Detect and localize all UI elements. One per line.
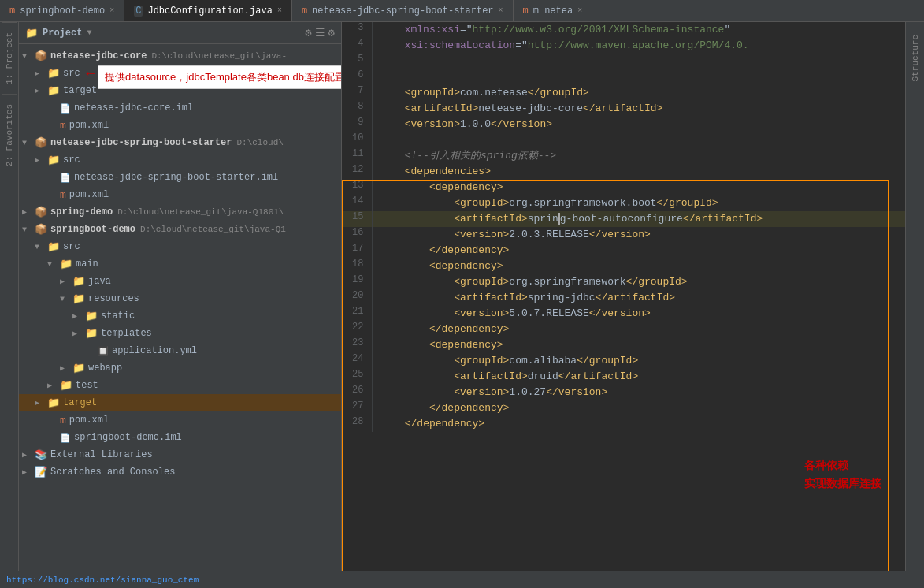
code-line-16: 16 <version>2.0.3.RELEASE</version> — [342, 227, 905, 243]
expand-arrow: ▼ — [35, 243, 47, 251]
iml-icon-2: 📄 — [60, 173, 71, 183]
tab-jdbcconfiguration[interactable]: C JdbcConfiguration.java × — [124, 0, 292, 21]
tree-item-spring-demo[interactable]: ▶ 📦 spring-demo D:\cloud\netease_git\jav… — [19, 203, 341, 221]
status-url: https://blog.csdn.net/sianna_guo_ctem — [6, 575, 199, 585]
settings-icon[interactable]: ⚙ — [305, 26, 311, 39]
line-content: <artifactId>spring-boot-autoconfigure</a… — [372, 211, 905, 227]
tree-item-webapp[interactable]: ▶ 📁 webapp — [19, 359, 341, 377]
line-content: xsi:schemaLocation="http://www.maven.apa… — [372, 38, 905, 54]
structure-tab[interactable]: Structure — [907, 28, 923, 87]
folder-icon-src: 📁 — [47, 67, 60, 80]
item-label: pom.xml — [69, 120, 109, 131]
tree-item-main[interactable]: ▼ 📁 main — [19, 255, 341, 273]
tree-item-java[interactable]: ▶ 📁 java — [19, 273, 341, 290]
code-line-12: 12 <dependencies> — [342, 164, 905, 180]
line-number: 13 — [342, 180, 372, 195]
expand-arrow: ▶ — [47, 381, 60, 390]
tab-netease-jdbc-starter[interactable]: m netease-jdbc-spring-boot-starter × — [292, 0, 514, 21]
folder-icon-resources: 📁 — [72, 292, 85, 305]
tab-close[interactable]: × — [277, 6, 282, 15]
line-content: </dependency> — [372, 243, 905, 259]
tree-item-springboot-demo[interactable]: ▼ 📦 springboot-demo D:\cloud\netease_git… — [19, 221, 341, 238]
line-number: 8 — [342, 101, 372, 117]
tab-label: JdbcConfiguration.java — [147, 6, 272, 17]
tree-item-src-3[interactable]: ▼ 📁 src — [19, 238, 341, 255]
tree-item-iml-3[interactable]: 📄 springboot-demo.iml — [19, 429, 341, 446]
tree-item-pom-1[interactable]: m pom.xml — [19, 117, 341, 134]
tree-item-static[interactable]: ▶ 📁 static — [19, 307, 341, 325]
right-side-tabs: Structure — [905, 22, 924, 571]
left-tab-favorites[interactable]: 2: Favorites — [2, 94, 17, 176]
folder-icon-test: 📁 — [60, 379, 72, 392]
line-content: <dependency> — [372, 259, 905, 274]
line-content: <groupId>com.alibaba</groupId> — [372, 353, 905, 369]
code-line-9: 9 <version>1.0.0</version> — [342, 117, 905, 132]
line-number: 17 — [342, 243, 372, 259]
item-label: java — [88, 276, 111, 287]
tab-close[interactable]: × — [109, 6, 114, 15]
expand-arrow: ▶ — [22, 450, 35, 460]
folder-icon-header: 📁 — [25, 27, 38, 39]
project-panel: 📁 Project ▼ ⚙ ☰ ⚙ ▼ 📦 netease-jdbc-core … — [19, 22, 342, 571]
line-content: <version>5.0.7.RELEASE</version> — [372, 306, 905, 322]
tab-springboot-demo[interactable]: m springboot-demo × — [0, 0, 124, 21]
tree-item-target-1[interactable]: ▶ 📁 target — [19, 82, 341, 99]
tab-label: m netea — [533, 6, 573, 17]
line-number: 20 — [342, 290, 372, 306]
tab-close[interactable]: × — [577, 6, 582, 15]
tree-item-pom-3[interactable]: m pom.xml — [19, 411, 341, 429]
tree-item-netease-jdbc-starter[interactable]: ▼ 📦 netease-jdbc-spring-boot-starter D:\… — [19, 134, 341, 151]
code-line-6: 6 — [342, 69, 905, 85]
code-line-8: 8 <artifactId>netease-jdbc-core</artifac… — [342, 101, 905, 117]
tree-item-external-libs[interactable]: ▶ 📚 External Libraries — [19, 446, 341, 463]
item-path: D:\cloud\netease_git\java-Q1 — [140, 225, 286, 234]
red-arrow: ← — [87, 65, 95, 81]
code-scroll-area[interactable]: 3 xmlns:xsi="http://www.w3.org/2001/XMLS… — [342, 22, 905, 571]
item-path: D:\cloud\netease_git\java-Q1801\ — [117, 207, 284, 217]
tab-close[interactable]: × — [499, 6, 503, 15]
tree-item-pom-2[interactable]: m pom.xml — [19, 186, 341, 203]
tree-item-iml-2[interactable]: 📄 netease-jdbc-spring-boot-starter.iml — [19, 169, 341, 186]
library-icon: 📚 — [35, 448, 47, 461]
tree-item-scratches[interactable]: ▶ 📝 Scratches and Consoles — [19, 463, 341, 481]
tree-item-test[interactable]: ▶ 📁 test — [19, 377, 341, 394]
expand-arrow: ▼ — [22, 139, 35, 147]
line-content: </dependency> — [372, 400, 905, 416]
tree-item-iml-1[interactable]: 📄 netease-jdbc-core.iml — [19, 99, 341, 117]
tree-item-src-2[interactable]: ▶ 📁 src — [19, 151, 341, 169]
tree-item-resources[interactable]: ▼ 📁 resources — [19, 290, 341, 307]
line-number: 24 — [342, 353, 372, 369]
line-content: <version>1.0.0</version> — [372, 117, 905, 132]
item-label: spring-demo — [50, 207, 113, 218]
line-number: 3 — [342, 22, 372, 38]
expand-arrow: ▼ — [60, 295, 72, 303]
tree-item-src-1[interactable]: ▶ 📁 src ← — [19, 65, 341, 82]
folder-icon-target: 📁 — [47, 84, 60, 97]
item-label: netease-jdbc-spring-boot-starter — [50, 137, 232, 148]
tree-item-application-yml[interactable]: 🔲 application.yml — [19, 342, 341, 359]
item-label: springboot-demo.iml — [74, 432, 182, 443]
code-editor: 各种依赖实现数据库连接 3 xmlns:xsi="http://www.w3.o… — [342, 22, 905, 571]
line-content: </dependency> — [372, 416, 905, 432]
item-label: pom.xml — [69, 189, 109, 200]
left-tab-project[interactable]: 1: Project — [2, 22, 17, 94]
project-tree: ▼ 📦 netease-jdbc-core D:\cloud\netease_g… — [19, 44, 341, 571]
tree-item-netease-jdbc-core[interactable]: ▼ 📦 netease-jdbc-core D:\cloud\netease_g… — [19, 47, 341, 65]
line-number: 6 — [342, 69, 372, 85]
line-content: <groupId>org.springframework</groupId> — [372, 274, 905, 290]
folder-icon-src3: 📁 — [47, 240, 60, 253]
layout-icon[interactable]: ☰ — [315, 26, 325, 39]
line-content: <artifactId>netease-jdbc-core</artifactI… — [372, 101, 905, 117]
code-line-5: 5 — [342, 54, 905, 69]
code-line-21: 21 <version>5.0.7.RELEASE</version> — [342, 306, 905, 322]
gear-icon[interactable]: ⚙ — [328, 26, 335, 39]
line-content — [372, 54, 905, 69]
tab-label: springboot-demo — [20, 6, 105, 17]
line-content: </dependency> — [372, 322, 905, 337]
code-line-28: 28 </dependency> — [342, 416, 905, 432]
project-title: Project — [43, 28, 82, 39]
tree-item-target-2[interactable]: ▶ 📁 target — [19, 394, 341, 411]
code-line-7: 7 <groupId>com.netease</groupId> — [342, 85, 905, 101]
tab-netea[interactable]: m m netea × — [514, 0, 593, 21]
tree-item-templates[interactable]: ▶ 📁 templates — [19, 325, 341, 342]
